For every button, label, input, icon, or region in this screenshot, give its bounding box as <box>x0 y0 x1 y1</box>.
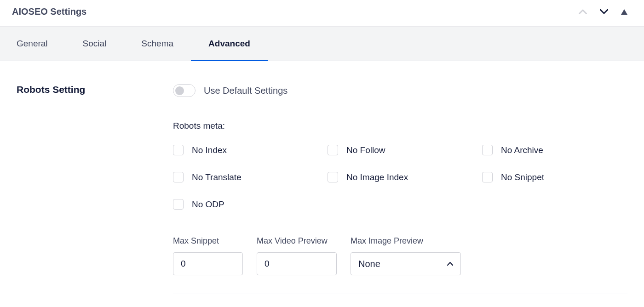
max-video-label: Max Video Preview <box>257 236 337 246</box>
triangle-up-icon[interactable] <box>621 9 627 15</box>
checkbox-no-image-index: No Image Index <box>328 172 473 182</box>
robots-setting-row: Robots Setting Use Default Settings Robo… <box>17 84 627 294</box>
checkbox-input[interactable] <box>173 199 184 210</box>
use-default-toggle-line: Use Default Settings <box>173 84 627 97</box>
robots-meta-grid: No Index No Follow No Archive No Transla… <box>173 145 627 210</box>
panel-header-icons <box>579 9 632 15</box>
panel-title: AIOSEO Settings <box>12 6 86 17</box>
checkbox-no-index: No Index <box>173 145 318 155</box>
tab-social[interactable]: Social <box>65 27 124 61</box>
checkbox-label: No Index <box>192 145 227 155</box>
section-body: Use Default Settings Robots meta: No Ind… <box>173 84 627 294</box>
checkbox-input[interactable] <box>173 145 184 155</box>
max-snippet-label: Max Snippet <box>173 236 243 246</box>
max-image-label: Max Image Preview <box>351 236 461 246</box>
chevron-down-icon[interactable] <box>600 9 608 14</box>
checkbox-input[interactable] <box>173 172 184 182</box>
panel-header: AIOSEO Settings <box>0 0 644 27</box>
chevron-up-icon <box>447 262 453 266</box>
max-video-col: Max Video Preview <box>257 236 337 275</box>
checkbox-input[interactable] <box>328 145 338 155</box>
tab-schema[interactable]: Schema <box>124 27 191 61</box>
checkbox-label: No Follow <box>346 145 385 155</box>
max-settings-row: Max Snippet Max Video Preview Max Image … <box>173 236 627 294</box>
checkbox-no-follow: No Follow <box>328 145 473 155</box>
checkbox-label: No Archive <box>501 145 543 155</box>
use-default-toggle[interactable] <box>173 84 196 97</box>
toggle-knob <box>175 86 184 95</box>
max-image-col: Max Image Preview None <box>351 236 461 275</box>
checkbox-input[interactable] <box>482 172 493 182</box>
checkbox-no-archive: No Archive <box>482 145 627 155</box>
max-image-select[interactable]: None <box>351 252 461 275</box>
checkbox-no-snippet: No Snippet <box>482 172 627 182</box>
tab-advanced[interactable]: Advanced <box>191 27 268 61</box>
max-snippet-col: Max Snippet <box>173 236 243 275</box>
section-title: Robots Setting <box>17 84 173 294</box>
checkbox-no-translate: No Translate <box>173 172 318 182</box>
max-image-value: None <box>358 259 380 269</box>
svg-marker-0 <box>621 9 627 15</box>
checkbox-input[interactable] <box>328 172 338 182</box>
checkbox-label: No ODP <box>192 199 224 210</box>
checkbox-label: No Translate <box>192 172 242 182</box>
content: Robots Setting Use Default Settings Robo… <box>0 61 644 303</box>
tab-general[interactable]: General <box>5 27 65 61</box>
robots-meta-label: Robots meta: <box>173 121 627 131</box>
checkbox-input[interactable] <box>482 145 493 155</box>
max-video-input[interactable] <box>257 252 337 275</box>
chevron-up-icon[interactable] <box>579 9 587 14</box>
max-snippet-input[interactable] <box>173 252 243 275</box>
checkbox-label: No Snippet <box>501 172 544 182</box>
checkbox-no-odp: No ODP <box>173 199 318 210</box>
checkbox-label: No Image Index <box>346 172 408 182</box>
tabs: General Social Schema Advanced <box>0 27 644 61</box>
use-default-label: Use Default Settings <box>204 85 288 96</box>
